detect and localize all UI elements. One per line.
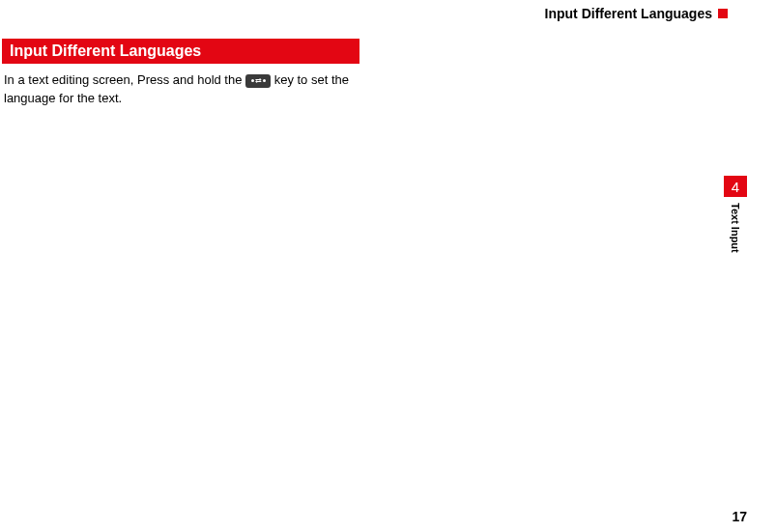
page-header: Input Different Languages (2, 6, 757, 21)
document-page: Input Different Languages Input Differen… (0, 0, 776, 532)
chapter-side-tab: 4 Text Input (724, 176, 747, 253)
body-text-pre: In a text editing screen, Press and hold… (4, 72, 245, 87)
language-key-icon: ⇄ (245, 74, 271, 88)
chapter-label: Text Input (730, 203, 741, 253)
chapter-number: 4 (724, 176, 747, 197)
header-title: Input Different Languages (545, 6, 712, 21)
section-body: In a text editing screen, Press and hold… (4, 71, 361, 108)
page-number: 17 (732, 509, 747, 524)
header-marker-icon (718, 9, 728, 18)
section-heading: Input Different Languages (2, 39, 359, 64)
